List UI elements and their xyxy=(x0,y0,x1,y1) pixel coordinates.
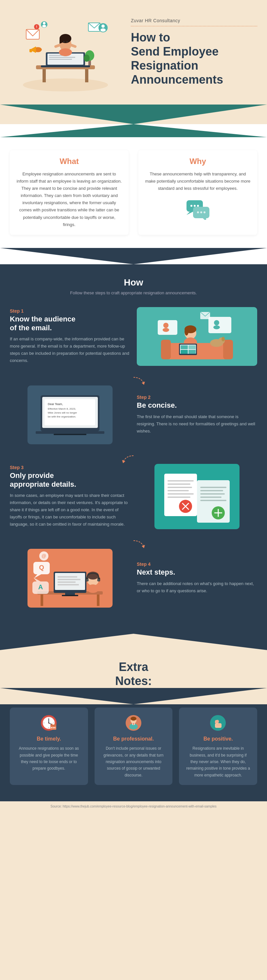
svg-marker-129 xyxy=(0,634,267,650)
note-card-positive: Be positive. Resignations are inevitable… xyxy=(179,708,257,785)
svg-point-27 xyxy=(101,29,106,32)
svg-text:Effective March 8, 2023,: Effective March 8, 2023, xyxy=(48,407,76,410)
svg-rect-85 xyxy=(168,487,192,488)
triangle-svg xyxy=(0,105,267,124)
header-section: ! Zuvar HR Consultancy How to Send Emplo… xyxy=(0,0,267,105)
shape-transition-3 xyxy=(0,248,267,264)
svg-point-118 xyxy=(86,579,89,581)
step-2-row: Step 2 Be concise. The first line of the… xyxy=(10,385,257,444)
step-4-row: Step 4 Next steps. There can be addition… xyxy=(10,549,257,608)
step-3-text: Step 3 Only provideappropriate details. … xyxy=(10,465,130,528)
timely-body: Announce resignations as soon as possibl… xyxy=(16,745,82,772)
timely-title: Be timely. xyxy=(16,736,82,742)
extra-notes-heading: ExtraNotes: xyxy=(10,660,257,688)
step-3-row: Step 3 Only provideappropriate details. … xyxy=(10,464,257,529)
svg-point-13 xyxy=(63,41,64,43)
step-arrow-2 xyxy=(10,454,257,464)
what-why-section: What Employee resignation announcements … xyxy=(0,137,267,248)
thumbsup-icon xyxy=(209,714,227,732)
svg-rect-65 xyxy=(158,320,177,335)
svg-rect-2 xyxy=(43,69,46,82)
what-card: What Employee resignation announcements … xyxy=(10,150,129,235)
why-heading: Why xyxy=(145,157,251,166)
svg-text:Q: Q xyxy=(39,564,44,571)
step-3-image xyxy=(137,464,257,529)
svg-point-66 xyxy=(163,323,168,328)
svg-rect-87 xyxy=(168,493,194,495)
svg-point-26 xyxy=(101,24,105,28)
svg-point-42 xyxy=(200,212,202,213)
svg-text:@: @ xyxy=(42,554,46,558)
step2-illustration: Dear Team, Effective March 8, 2023, Mike… xyxy=(27,385,113,444)
svg-rect-109 xyxy=(62,595,78,596)
step-2-text: Step 2 Be concise. The first line of the… xyxy=(137,395,257,435)
svg-text:Mike Jones will no longer: Mike Jones will no longer xyxy=(48,411,77,414)
svg-rect-97 xyxy=(200,500,226,501)
professional-body: Don't include personal issues or grievan… xyxy=(101,745,166,778)
svg-marker-33 xyxy=(0,124,267,137)
svg-rect-9 xyxy=(41,65,90,67)
svg-rect-8 xyxy=(49,59,72,60)
shape-transition-4 xyxy=(0,634,267,650)
step-2-image: Dear Team, Effective March 8, 2023, Mike… xyxy=(10,385,130,444)
svg-rect-83 xyxy=(168,480,194,482)
step-4-image: Q A @ xyxy=(10,549,130,608)
svg-rect-28 xyxy=(29,49,32,52)
triangle-svg-2 xyxy=(0,124,267,137)
svg-rect-147 xyxy=(54,727,55,728)
step-arrow-3 xyxy=(10,539,257,549)
shape-transition-5 xyxy=(0,688,267,704)
arrow-svg-2 xyxy=(117,454,150,464)
notes-cards-container: Be timely. Announce resignations as soon… xyxy=(10,708,257,785)
svg-point-39 xyxy=(194,205,196,207)
timely-icon-area xyxy=(16,714,82,732)
step-1-body: If an email is company-wide, the informa… xyxy=(10,336,130,364)
svg-marker-32 xyxy=(0,105,267,124)
how-section: How Follow these steps to craft appropri… xyxy=(0,264,267,634)
step-4-text: Step 4 Next steps. There can be addition… xyxy=(137,562,257,595)
svg-rect-48 xyxy=(223,340,233,360)
step-3-title: Only provideappropriate details. xyxy=(10,471,130,489)
step-1-number: Step 1 xyxy=(10,309,130,313)
chat-bubble-icon xyxy=(185,199,211,220)
svg-point-64 xyxy=(213,325,220,329)
svg-rect-146 xyxy=(53,727,54,728)
professional-icon-area xyxy=(101,714,166,732)
positive-body: Resignations are inevitable in business,… xyxy=(185,745,251,778)
note-card-professional: Be professional. Don't include personal … xyxy=(94,708,173,785)
step-1-text: Step 1 Know the audienceof the email. If… xyxy=(10,309,130,364)
header-illustration: ! xyxy=(10,6,121,98)
step-1-image xyxy=(137,307,257,366)
svg-point-17 xyxy=(59,48,72,56)
step-1-title: Know the audienceof the email. xyxy=(10,315,130,332)
how-heading: How xyxy=(10,277,257,288)
svg-rect-105 xyxy=(97,595,99,606)
svg-marker-37 xyxy=(203,218,206,220)
svg-rect-60 xyxy=(181,350,188,354)
header-svg-illustration: ! xyxy=(16,10,115,95)
svg-rect-144 xyxy=(54,724,55,725)
svg-rect-94 xyxy=(200,490,223,491)
svg-text:!: ! xyxy=(36,25,37,29)
svg-text:be with the organization.: be with the organization. xyxy=(48,415,76,418)
shape-transition-2 xyxy=(0,124,267,137)
triangle-svg-3 xyxy=(0,248,267,264)
svg-point-150 xyxy=(131,717,136,721)
step-1-row: Step 1 Know the audienceof the email. If… xyxy=(10,307,257,366)
positive-icon-area xyxy=(185,714,251,732)
svg-point-14 xyxy=(66,41,68,43)
what-body: Employee resignation announcements are s… xyxy=(16,170,122,228)
svg-point-119 xyxy=(97,579,100,581)
step-2-title: Be concise. xyxy=(137,401,257,410)
why-card: Why These announcements help with transp… xyxy=(138,150,257,235)
svg-rect-21 xyxy=(26,29,39,39)
svg-point-54 xyxy=(185,328,189,336)
extra-notes-cards-section: Be timely. Announce resignations as soon… xyxy=(0,704,267,801)
how-subtitle: Follow these steps to craft appropriate … xyxy=(10,290,257,295)
svg-rect-110 xyxy=(58,576,77,578)
source-text: Source: https://www.thejub.com/employee-… xyxy=(10,805,257,808)
svg-marker-35 xyxy=(187,212,193,215)
step4-illustration: Q A @ xyxy=(27,549,113,608)
why-body: These announcements help with transparen… xyxy=(145,170,251,192)
svg-rect-79 xyxy=(54,434,86,435)
